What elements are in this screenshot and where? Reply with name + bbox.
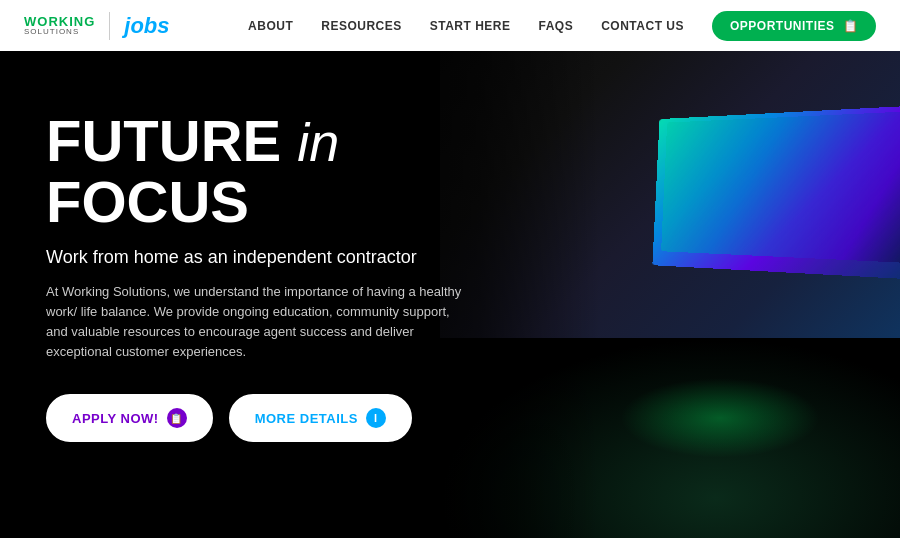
hero-title-future: FUTURE (46, 108, 281, 173)
hero-content: FUTURE in FOCUS Work from home as an ind… (46, 111, 536, 442)
hero-screen-inner (661, 111, 900, 263)
info-icon: i (366, 408, 386, 428)
hero-section: FUTURE in FOCUS Work from home as an ind… (0, 51, 900, 538)
clipboard-icon: 📋 (167, 408, 187, 428)
hero-description: At Working Solutions, we understand the … (46, 282, 466, 363)
opportunities-label: OPPORTUNITIES (730, 19, 835, 33)
briefcase-icon: 📋 (843, 19, 859, 33)
header: WORKING SOLUTIONS jobs ABOUT RESOURCES S… (0, 0, 900, 51)
hero-subtitle: Work from home as an independent contrac… (46, 247, 536, 268)
hero-buttons: APPLY NOW! 📋 MORE DETAILS i (46, 394, 536, 442)
logo-jobs-text: jobs (124, 13, 169, 39)
nav-item-about[interactable]: ABOUT (248, 19, 293, 33)
apply-now-label: APPLY NOW! (72, 411, 159, 426)
hero-title: FUTURE in FOCUS (46, 111, 536, 233)
more-details-button[interactable]: MORE DETAILS i (229, 394, 412, 442)
logo-area: WORKING SOLUTIONS jobs (24, 12, 170, 40)
apply-now-button[interactable]: APPLY NOW! 📋 (46, 394, 213, 442)
nav-item-resources[interactable]: RESOURCES (321, 19, 402, 33)
logo-working: WORKING SOLUTIONS (24, 15, 95, 36)
nav-item-contact-us[interactable]: CONTACT US (601, 19, 684, 33)
more-details-label: MORE DETAILS (255, 411, 358, 426)
hero-title-in: in (297, 112, 339, 172)
hero-green-glow (620, 378, 820, 458)
main-nav: ABOUT RESOURCES START HERE FAQS CONTACT … (248, 11, 876, 41)
logo-solutions-text: SOLUTIONS (24, 28, 95, 36)
nav-item-faqs[interactable]: FAQS (539, 19, 574, 33)
nav-item-start-here[interactable]: START HERE (430, 19, 511, 33)
logo-divider (109, 12, 110, 40)
hero-title-focus: FOCUS (46, 169, 249, 234)
opportunities-button[interactable]: OPPORTUNITIES 📋 (712, 11, 876, 41)
